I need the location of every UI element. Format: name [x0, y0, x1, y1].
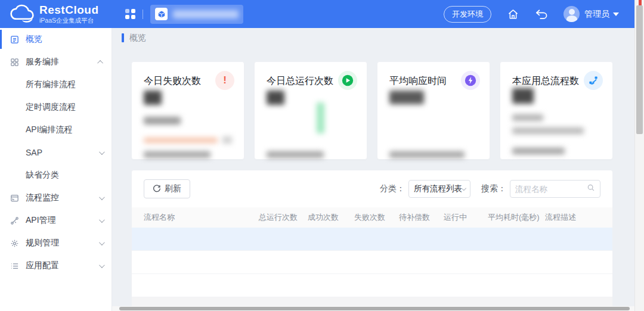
vertical-scrollbar	[634, 0, 644, 311]
app-name-redacted	[173, 10, 239, 18]
sidebar-item-all-flows[interactable]: 所有编排流程	[0, 73, 112, 96]
sidebar-item-scheduled-flows[interactable]: 定时调度流程	[0, 96, 112, 119]
apps-grid-icon[interactable]	[125, 9, 135, 19]
sidebar-item-label: API管理	[26, 215, 56, 226]
sidebar-item-label: SAP	[26, 148, 42, 157]
breadcrumb: 概览	[113, 28, 634, 48]
search-label: 搜索：	[481, 184, 506, 194]
sidebar-item-rule-management[interactable]: 规则管理	[0, 232, 112, 254]
column-header: 成功次数	[308, 212, 354, 223]
alert-icon: !	[215, 71, 234, 90]
redacted-value	[267, 151, 324, 158]
user-menu[interactable]: 管理员	[584, 9, 619, 20]
category-label: 分类：	[380, 184, 405, 194]
table-header-row: 流程名称总运行次数成功次数失败次数待补偿数运行中平均耗时(毫秒)流程描述	[132, 207, 612, 228]
list-icon	[10, 261, 19, 270]
flow-list-panel: 刷新 分类： 所有流程列表 搜索： 流程名称总运行次数成功次数失败次数待补偿数运…	[131, 170, 613, 311]
back-undo-icon[interactable]	[535, 9, 548, 20]
column-header: 运行中	[444, 212, 488, 223]
column-header: 平均耗时(毫秒)	[488, 212, 545, 223]
chevron-down-icon	[99, 149, 105, 155]
redacted-value	[144, 91, 162, 105]
stat-cards: 今日失败次数!今日总运行次数平均响应时间本应用总流程数	[131, 61, 613, 160]
stat-card-today-total-runs: 今日总运行次数	[254, 61, 367, 160]
table-row[interactable]	[132, 228, 612, 251]
refresh-button[interactable]: 刷新	[144, 179, 190, 198]
sidebar-item-label: 概览	[26, 34, 42, 45]
refresh-icon	[153, 185, 161, 193]
sidebar-item-label: 服务编排	[26, 57, 59, 67]
brand: RestCloud iPaaS企业集成平台	[0, 4, 112, 24]
column-header: 流程描述	[545, 212, 600, 223]
column-header: 待补偿数	[399, 212, 444, 223]
redacted-value	[222, 136, 232, 144]
flow-icon	[584, 71, 603, 90]
stat-card-avg-response-time: 平均响应时间	[377, 61, 490, 160]
sidebar-item-api-flows[interactable]: API编排流程	[0, 119, 112, 141]
sidebar-item-label: 规则管理	[26, 238, 59, 248]
sidebar-item-label: 定时调度流程	[26, 102, 76, 113]
sidebar-item-overview[interactable]: 概览	[0, 28, 112, 51]
chevron-down-icon	[99, 217, 105, 223]
table-row[interactable]	[132, 274, 612, 297]
redacted-value	[512, 88, 534, 104]
overview-icon	[10, 35, 19, 44]
play-icon	[338, 71, 357, 90]
user-avatar[interactable]	[564, 6, 580, 22]
redacted-value	[512, 148, 565, 154]
redacted-value	[144, 117, 181, 125]
category-selected-value: 所有流程列表	[414, 184, 462, 194]
home-icon[interactable]	[507, 8, 519, 20]
sidebar-item-label: 流程监控	[26, 192, 59, 203]
search-icon[interactable]	[587, 184, 595, 194]
user-name-label: 管理员	[584, 9, 609, 20]
column-header: 流程名称	[144, 212, 259, 223]
bolt-icon	[461, 71, 480, 90]
stat-card-title: 今日总运行次数	[267, 75, 333, 88]
search-input[interactable]	[515, 185, 582, 194]
sidebar-item-flow-monitor[interactable]: 流程监控	[0, 186, 112, 209]
sidebar-item-sap[interactable]: SAP	[0, 141, 112, 164]
chevron-down-icon	[99, 262, 105, 268]
category-select[interactable]: 所有流程列表	[408, 180, 470, 198]
redacted-value	[389, 151, 465, 158]
horizontal-scrollbar-thumb[interactable]	[119, 307, 630, 310]
redacted-value	[512, 127, 584, 134]
sidebar-item-api-management[interactable]: API管理	[0, 209, 112, 232]
breadcrumb-label: 概览	[129, 33, 146, 43]
chevron-down-icon	[613, 13, 619, 16]
redacted-value	[512, 114, 543, 121]
sidebar-menu: 概览服务编排所有编排流程定时调度流程API编排流程SAP缺省分类流程监控API管…	[0, 28, 112, 277]
current-app-tab[interactable]	[150, 5, 243, 24]
horizontal-scrollbar	[112, 306, 634, 311]
chevron-down-icon	[99, 194, 105, 200]
table-row[interactable]	[132, 251, 612, 274]
redacted-value	[144, 151, 210, 158]
redacted-value	[267, 91, 284, 105]
header-divider	[143, 10, 143, 19]
sidebar-item-default-category[interactable]: 缺省分类	[0, 164, 112, 186]
sidebar-item-label: API编排流程	[26, 125, 73, 135]
environment-badge[interactable]: 开发环境	[444, 6, 491, 23]
refresh-label: 刷新	[165, 184, 181, 194]
monitor-icon	[10, 193, 19, 203]
sidebar-item-service-orchestration[interactable]: 服务编排	[0, 51, 112, 73]
vertical-scrollbar-thumb[interactable]	[636, 5, 643, 134]
stat-card-title: 本应用总流程数	[512, 75, 579, 88]
sidebar-item-label: 所有编排流程	[26, 79, 76, 90]
chevron-up-icon	[97, 60, 103, 66]
sidebar-item-label: 缺省分类	[26, 170, 59, 181]
sidebar-item-app-config[interactable]: 应用配置	[0, 254, 112, 277]
gear-icon	[10, 238, 19, 248]
redacted-value	[317, 102, 324, 133]
scroll-top-red-marker	[639, 0, 642, 5]
brand-subtitle: iPaaS企业集成平台	[39, 17, 99, 24]
stat-card-title: 平均响应时间	[389, 75, 447, 88]
app-cube-icon	[155, 8, 168, 20]
sidebar: 概览服务编排所有编排流程定时调度流程API编排流程SAP缺省分类流程监控API管…	[0, 28, 112, 311]
brand-title: RestCloud	[39, 4, 99, 16]
main-content: 概览 今日失败次数!今日总运行次数平均响应时间本应用总流程数 刷新 分类： 所有…	[113, 28, 634, 311]
api-icon	[10, 216, 19, 225]
table-toolbar: 刷新 分类： 所有流程列表 搜索：	[132, 170, 612, 207]
redacted-value	[389, 91, 424, 104]
